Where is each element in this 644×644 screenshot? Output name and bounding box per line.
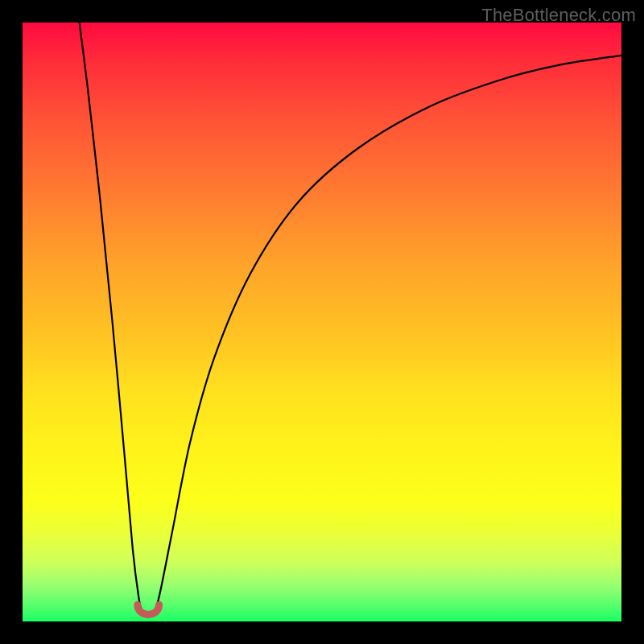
chart-frame: TheBottleneck.com (0, 0, 644, 644)
curve-layer (23, 23, 621, 621)
curve-left-branch (80, 23, 147, 616)
notch-marker (138, 605, 159, 614)
curve-right-branch (153, 56, 621, 616)
plot-area (23, 23, 621, 621)
